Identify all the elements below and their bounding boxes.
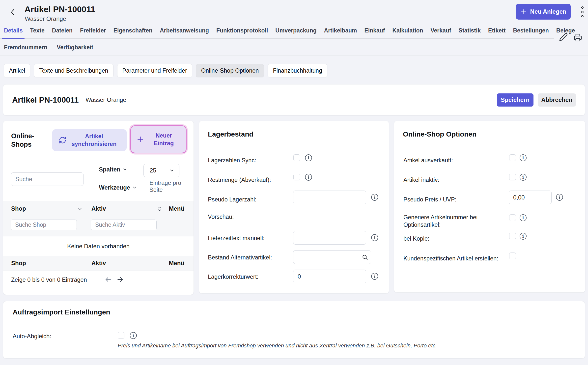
info-icon[interactable] [371, 273, 378, 280]
chevron-left-icon [9, 8, 16, 16]
filter-shop-input[interactable] [11, 220, 77, 230]
info-icon[interactable] [520, 154, 527, 161]
online-shops-panel: Online- Shops Artikelsynchronisieren Neu… [3, 121, 194, 295]
pseudo-lagerzahl-input[interactable] [293, 191, 366, 204]
info-icon[interactable] [520, 214, 527, 221]
info-icon[interactable] [305, 154, 312, 161]
artikel-ausverkauft-label: Artikel ausverkauft: [403, 157, 453, 164]
neuer-eintrag-label: NeuerEintrag [144, 132, 183, 147]
kundenspezifisch-label: Kundenspezifischen Artikel erstellen: [403, 255, 498, 262]
sync-button-label: Artikelsynchronisieren [66, 133, 122, 148]
next-page-arrow-icon[interactable] [116, 276, 124, 283]
plus-icon [137, 136, 144, 143]
pseudo-preis-input[interactable] [509, 191, 552, 204]
sort-icon[interactable] [157, 205, 162, 212]
article-search-button[interactable] [359, 250, 371, 264]
tab-umverpackung[interactable]: Umverpackung [275, 27, 316, 38]
artikel-inaktiv-label: Artikel inaktiv: [403, 176, 439, 184]
column-header-shop[interactable]: Shop [11, 205, 26, 212]
chevron-down-icon [132, 185, 137, 190]
bei-kopie-label: bei Kopie: [403, 235, 429, 242]
tab-dateien[interactable]: Dateien [52, 27, 73, 38]
tab-einkauf[interactable]: Einkauf [364, 27, 385, 38]
tab-eigenschaften[interactable]: Eigenschaften [113, 27, 152, 38]
previous-page-arrow-icon[interactable] [104, 276, 112, 283]
columns-dropdown[interactable]: Spalten [99, 166, 127, 173]
info-icon[interactable] [305, 174, 312, 181]
cancel-button[interactable]: Abbrechen [538, 93, 576, 107]
table-info-text: Zeige 0 bis 0 von 0 Einträgen [11, 277, 87, 283]
tab-kalkulation[interactable]: Kalkulation [392, 27, 423, 38]
tab-statistik[interactable]: Statistik [459, 27, 481, 38]
auto-abgleich-checkbox[interactable] [118, 332, 124, 339]
generiere-artikelnummer-checkbox[interactable] [509, 214, 516, 221]
tab-verkauf[interactable]: Verkauf [431, 27, 451, 38]
tab-freifelder[interactable]: Freifelder [80, 27, 106, 38]
artikel-inaktiv-checkbox[interactable] [509, 174, 516, 180]
info-icon[interactable] [130, 332, 137, 339]
column-header-aktiv[interactable]: Aktiv [91, 205, 106, 212]
lagerkorrekturwert-input[interactable] [293, 270, 366, 283]
auto-abgleich-label: Auto-Abgleich: [13, 333, 51, 340]
tools-dropdown[interactable]: Werkzeuge [99, 184, 137, 191]
sync-icon [59, 136, 66, 144]
neuer-eintrag-button[interactable]: NeuerEintrag [130, 125, 187, 153]
tab-bestellungen[interactable]: Bestellungen [513, 27, 549, 38]
info-icon[interactable] [520, 233, 527, 240]
chip-online-shop-optionen[interactable]: Online-Shop Optionen [196, 64, 264, 77]
lagerbestand-panel: Lagerbestand Lagerzahlen Sync: Restmenge… [199, 121, 389, 294]
tab-details[interactable]: Details [4, 27, 23, 38]
section-chips: Artikel Texte und Beschreibungen Paramet… [4, 64, 327, 77]
print-icon[interactable] [573, 33, 583, 42]
edit-pencil-icon[interactable] [559, 32, 568, 42]
lagerbestand-title: Lagerbestand [208, 130, 253, 138]
chip-texte-beschreibungen[interactable]: Texte und Beschreibungen [34, 64, 113, 77]
filter-aktiv-input[interactable] [91, 220, 157, 230]
bei-kopie-checkbox[interactable] [509, 233, 516, 239]
chip-parameter-freifelder[interactable]: Parameter und Freifelder [117, 64, 192, 77]
lagerzahlen-sync-label: Lagerzahlen Sync: [208, 157, 256, 164]
tab-bar-secondary: Fremdnummern Verfügbarkeit [4, 44, 93, 54]
auftragsimport-card: Auftragsimport Einstellungen Auto-Abglei… [3, 301, 585, 359]
bestand-alternativartikel-input[interactable] [293, 250, 359, 264]
artikel-synchronisieren-button[interactable]: Artikelsynchronisieren [52, 129, 127, 151]
info-icon[interactable] [520, 174, 527, 181]
tab-artikelbaum[interactable]: Artikelbaum [324, 27, 357, 38]
kundenspezifisch-checkbox[interactable] [509, 253, 516, 259]
back-button[interactable] [7, 6, 18, 18]
tab-arbeitsanweisung[interactable]: Arbeitsanweisung [160, 27, 209, 38]
info-icon[interactable] [371, 194, 378, 201]
entries-per-page-label: Einträge pro Seite [149, 179, 189, 193]
pseudo-preis-label: Pseudo Preis / UVP: [403, 196, 456, 203]
vorschau-label: Vorschau: [208, 213, 234, 221]
chip-finanzbuchhaltung[interactable]: Finanzbuchhaltung [268, 64, 327, 77]
lieferzeittext-label: Lieferzeittext manuell: [208, 234, 265, 242]
page-size-select[interactable]: 25 [143, 164, 179, 177]
info-icon[interactable] [371, 234, 378, 241]
tab-texte[interactable]: Texte [30, 27, 44, 38]
column-header-menu: Menü [169, 205, 184, 212]
bestand-alternativartikel-label: Bestand Alternativartikel: [208, 254, 272, 261]
lagerzahlen-sync-checkbox[interactable] [293, 154, 300, 161]
lagerkorrekturwert-label: Lagerkorrekturwert: [208, 273, 258, 281]
search-icon [362, 254, 368, 260]
table-search-input[interactable] [11, 172, 84, 186]
artikel-ausverkauft-checkbox[interactable] [509, 154, 516, 161]
auftragsimport-title: Auftragsimport Einstellungen [13, 308, 110, 316]
restmenge-checkbox[interactable] [293, 174, 300, 180]
plus-icon [520, 8, 527, 15]
chevron-down-icon[interactable] [78, 207, 82, 211]
info-icon[interactable] [556, 194, 563, 201]
save-button[interactable]: Speichern [497, 93, 533, 107]
panel-divider [3, 161, 194, 161]
neu-anlegen-button[interactable]: Neu Anlegen [516, 4, 571, 20]
kebab-menu-icon[interactable] [580, 6, 585, 17]
chip-artikel[interactable]: Artikel [4, 64, 30, 77]
tab-verfuegbarkeit[interactable]: Verfügbarkeit [57, 44, 93, 54]
chevron-down-icon [169, 168, 174, 173]
tab-fremdnummern[interactable]: Fremdnummern [4, 44, 47, 54]
chevron-down-icon [123, 167, 127, 172]
tab-funktionsprotokoll[interactable]: Funktionsprotokoll [216, 27, 268, 38]
tab-etikett[interactable]: Etikett [488, 27, 505, 38]
lieferzeittext-input[interactable] [293, 231, 366, 245]
